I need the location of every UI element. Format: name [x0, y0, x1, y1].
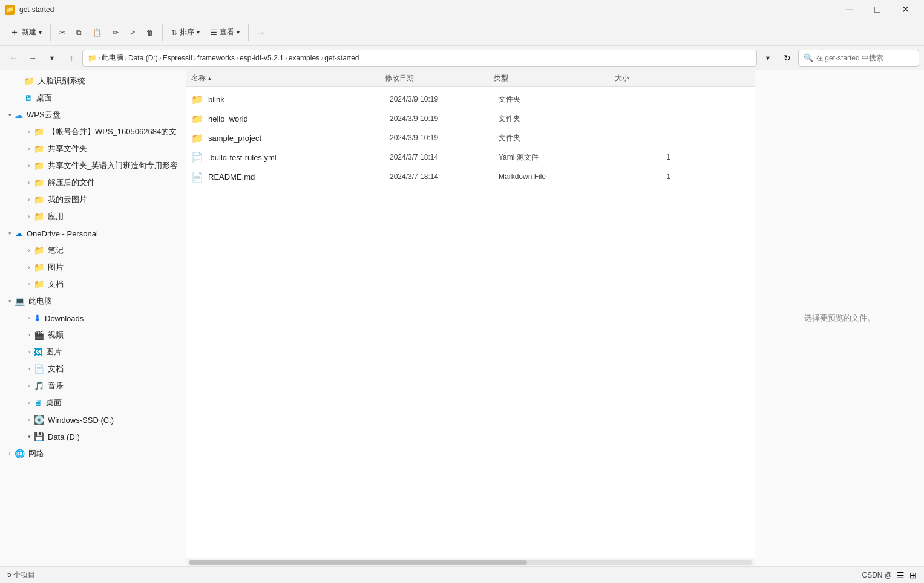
refresh-button[interactable]: ↻: [779, 50, 796, 67]
sidebar-item-music[interactable]: ›🎵音乐: [0, 377, 186, 394]
sidebar-item-pictures[interactable]: ›🖼图片: [0, 344, 186, 360]
list-view-button[interactable]: ☰: [897, 570, 905, 580]
search-input[interactable]: [816, 54, 914, 62]
file-header: 名称 ▲ 修改日期 类型 大小: [186, 70, 755, 87]
expand-icon-wopictures[interactable]: ›: [24, 195, 34, 204]
expand-icon-gongxiang[interactable]: ›: [24, 144, 34, 154]
sidebar-item-wendang1[interactable]: ›📁文档: [0, 276, 186, 293]
expand-icon-network[interactable]: ›: [5, 449, 15, 458]
file-name: hello_world: [208, 114, 390, 123]
delete-button[interactable]: 🗑: [142, 22, 159, 44]
sidebar-label-desktop1: 桌面: [36, 93, 52, 103]
sidebar-item-yingyong[interactable]: ›📁应用: [0, 208, 186, 225]
sidebar-item-downloads[interactable]: ›⬇Downloads: [0, 310, 186, 327]
file-name: sample_project: [208, 134, 390, 143]
expand-icon-renjian[interactable]: [15, 76, 24, 86]
expand-icon-notes[interactable]: ›: [24, 246, 34, 255]
expand-icon-onedrive[interactable]: ▾: [5, 229, 15, 238]
paste-button[interactable]: 📋: [88, 22, 106, 44]
sidebar-icon-gongxiang: 📁: [34, 144, 44, 154]
sidebar-item-zhanghu[interactable]: ›📁【帐号合并】WPS_1605062684的文: [0, 123, 186, 140]
expand-icon-tupian[interactable]: ›: [24, 262, 34, 272]
close-button[interactable]: ✕: [891, 0, 919, 19]
expand-icon-drive-c[interactable]: ›: [24, 415, 34, 425]
col-header-type[interactable]: 类型: [494, 73, 615, 83]
expand-icon-zhanghu[interactable]: ›: [24, 127, 34, 137]
expand-icon-wps-cloud[interactable]: ▾: [5, 110, 15, 120]
sidebar-item-drive-d[interactable]: ▾💾Data (D:): [0, 428, 186, 445]
sidebar-label-network: 网络: [28, 448, 44, 459]
h-scrollbar[interactable]: [186, 558, 755, 566]
expand-icon-desktop1[interactable]: [15, 93, 24, 103]
sidebar-item-tupian[interactable]: ›📁图片: [0, 259, 186, 276]
sidebar-item-network[interactable]: ›🌐网络: [0, 445, 186, 462]
expand-icon-gongxiang2[interactable]: ›: [24, 161, 34, 171]
more-button[interactable]: ···: [252, 22, 268, 44]
sidebar-label-desktop2: 桌面: [46, 397, 62, 408]
expand-icon-video[interactable]: ›: [24, 330, 34, 340]
detail-view-button[interactable]: ⊞: [909, 570, 917, 580]
expand-icon-jieya[interactable]: ›: [24, 178, 34, 187]
toolbar-separator-3: [248, 24, 249, 41]
expand-icon-pictures[interactable]: ›: [24, 347, 34, 357]
expand-icon-docs[interactable]: ›: [24, 364, 34, 374]
forward-button[interactable]: →: [24, 50, 41, 67]
minimize-button[interactable]: ─: [836, 0, 863, 19]
up-button[interactable]: ↑: [63, 50, 80, 67]
sidebar-label-tupian: 图片: [48, 262, 64, 273]
sort-button[interactable]: ⇅ 排序 ▾: [166, 22, 205, 44]
col-header-size[interactable]: 大小: [615, 73, 675, 83]
sort-asc-icon: ▲: [207, 76, 212, 82]
sidebar-item-thispc[interactable]: ▾💻此电脑: [0, 293, 186, 310]
sidebar-item-onedrive[interactable]: ▾☁OneDrive - Personal: [0, 225, 186, 242]
expand-icon-yingyong[interactable]: ›: [24, 212, 34, 221]
sidebar-item-desktop2[interactable]: ›🖥桌面: [0, 394, 186, 411]
file-date: 2024/3/9 10:19: [390, 114, 499, 123]
expand-icon-music[interactable]: ›: [24, 381, 34, 391]
sidebar-icon-desktop2: 🖥: [34, 398, 42, 408]
sidebar-item-gongxiang2[interactable]: ›📁共享文件夹_英语入门班造句专用形容: [0, 157, 186, 174]
file-row[interactable]: 📄README.md2024/3/7 18:14Markdown File1: [186, 167, 755, 186]
address-box[interactable]: 📁 › 此电脑 › Data (D:) › Espressif › framew…: [82, 50, 757, 67]
rename-button[interactable]: ✏: [108, 22, 123, 44]
back-button[interactable]: ←: [5, 50, 22, 67]
col-header-name[interactable]: 名称 ▲: [191, 73, 385, 83]
sidebar-item-video[interactable]: ›🎬视频: [0, 327, 186, 344]
file-date: 2024/3/9 10:19: [390, 134, 499, 142]
share-button[interactable]: ↗: [125, 22, 140, 44]
sidebar-item-jieya[interactable]: ›📁解压后的文件: [0, 174, 186, 191]
file-row[interactable]: 📁hello_world2024/3/9 10:19文件夹: [186, 109, 755, 128]
file-row[interactable]: 📁sample_project2024/3/9 10:19文件夹: [186, 128, 755, 148]
cut-button[interactable]: ✂: [54, 22, 70, 44]
col-header-modified[interactable]: 修改日期: [385, 73, 494, 83]
new-button[interactable]: ＋ 新建 ▾: [5, 22, 47, 44]
expand-icon-drive-d[interactable]: ▾: [24, 432, 34, 441]
recent-button[interactable]: ▼: [44, 50, 61, 67]
sidebar-item-drive-c[interactable]: ›💽Windows-SSD (C:): [0, 411, 186, 428]
addr-crumb-2: Data (D:): [128, 54, 158, 62]
sidebar-item-wps-cloud[interactable]: ▾☁WPS云盘: [0, 106, 186, 123]
view-button[interactable]: ☰ 查看 ▾: [206, 22, 244, 44]
sidebar-icon-video: 🎬: [34, 330, 44, 340]
sidebar-label-gongxiang2: 共享文件夹_英语入门班造句专用形容: [48, 160, 178, 171]
sidebar-item-wopictures[interactable]: ›📁我的云图片: [0, 191, 186, 208]
expand-icon-downloads[interactable]: ›: [24, 313, 34, 323]
file-row[interactable]: 📁blink2024/3/9 10:19文件夹: [186, 90, 755, 109]
sidebar-item-desktop1[interactable]: 🖥桌面: [0, 90, 186, 106]
expand-icon-thispc[interactable]: ▾: [5, 296, 15, 306]
copy-button[interactable]: ⧉: [71, 22, 87, 44]
sidebar-item-renjian[interactable]: 📁人脸识别系统: [0, 73, 186, 90]
sort-label: 排序: [180, 27, 194, 37]
maximize-button[interactable]: □: [863, 0, 891, 19]
sidebar-item-gongxiang[interactable]: ›📁共享文件夹: [0, 140, 186, 157]
sidebar-item-notes[interactable]: ›📁笔记: [0, 242, 186, 259]
address-chevron-button[interactable]: ▼: [759, 50, 776, 67]
expand-icon-wendang1[interactable]: ›: [24, 279, 34, 289]
file-name: README.md: [208, 172, 390, 181]
addr-crumb-5: esp-idf-v5.2.1: [240, 54, 284, 62]
search-box[interactable]: 🔍: [798, 50, 919, 67]
address-bar-area: ← → ▼ ↑ 📁 › 此电脑 › Data (D:) › Espressif …: [0, 46, 924, 70]
expand-icon-desktop2[interactable]: ›: [24, 398, 34, 408]
sidebar-item-docs[interactable]: ›📄文档: [0, 360, 186, 377]
file-row[interactable]: 📄.build-test-rules.yml2024/3/7 18:14Yaml…: [186, 148, 755, 167]
